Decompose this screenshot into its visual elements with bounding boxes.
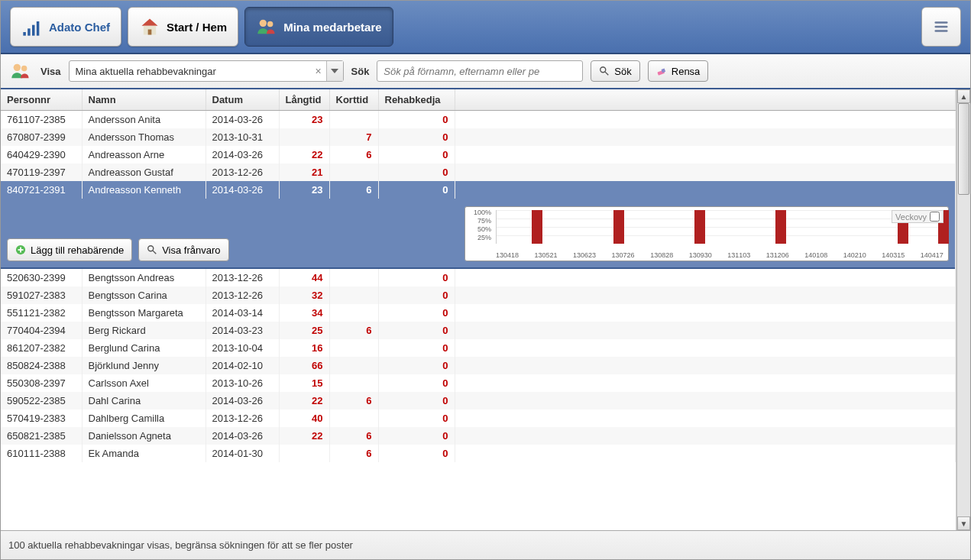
cell-date: 2014-02-10 [206, 357, 279, 374]
cell-pnr: 761107-2385 [1, 111, 82, 129]
cell-name: Berg Rickard [82, 322, 206, 339]
search-icon [599, 66, 610, 76]
table-row[interactable]: 470119-2397Andreasson Gustaf2013-12-2621… [1, 163, 956, 181]
col-langtid[interactable]: Långtid [279, 89, 329, 111]
brand-button[interactable]: Adato Chef [10, 7, 121, 47]
table-row[interactable]: 590522-2385Dahl Carina2014-03-262260 [1, 392, 956, 409]
table-row[interactable]: 650821-2385Danielsson Agneta2014-03-2622… [1, 427, 956, 445]
cell-pnr: 550308-2397 [1, 374, 82, 392]
cell-name: Ek Amanda [82, 445, 206, 462]
table-header-row: Personnr Namn Datum Långtid Korttid Reha… [1, 89, 956, 111]
cell-lang [279, 445, 329, 462]
cell-spacer [455, 269, 956, 286]
visa-combobox[interactable]: Mina aktuella rehabbevakningar × [69, 60, 344, 82]
cell-name: Andersson Anita [82, 111, 206, 129]
cell-name: Carlsson Axel [82, 374, 206, 392]
table-row[interactable]: 761107-2385Andersson Anita2014-03-26230 [1, 111, 956, 129]
cell-name: Bengtsson Carina [82, 286, 206, 304]
cell-lang [279, 128, 329, 146]
scroll-down-icon[interactable]: ▼ [957, 516, 970, 530]
cell-lang: 16 [279, 339, 329, 357]
table-row[interactable]: 770404-2394Berg Rickard2014-03-232560 [1, 322, 956, 339]
cell-spacer [455, 322, 956, 339]
col-personnr[interactable]: Personnr [1, 89, 82, 111]
expanded-panel: Lägg till rehabärendeVisa frånvaro100%75… [1, 199, 955, 269]
chart-bar [613, 210, 624, 244]
cell-date: 2013-10-31 [206, 128, 279, 146]
cell-pnr: 590522-2385 [1, 392, 82, 409]
cell-pnr: 470119-2397 [1, 163, 82, 181]
table-row[interactable]: 570419-2383Dahlberg Camilla2013-12-26400 [1, 409, 956, 427]
cell-rehab: 0 [378, 339, 455, 357]
cell-kort: 6 [329, 322, 378, 339]
cell-rehab: 0 [378, 269, 455, 286]
col-datum[interactable]: Datum [206, 89, 279, 111]
status-text: 100 aktuella rehabbevakningar visas, beg… [8, 539, 353, 551]
cell-kort: 6 [329, 181, 378, 199]
scroll-thumb[interactable] [958, 103, 969, 195]
chart-bar [775, 210, 786, 244]
vertical-scrollbar[interactable]: ▲ ▼ [956, 89, 970, 530]
visa-value: Mina aktuella rehabbevakningar [70, 66, 311, 77]
cell-pnr: 850824-2388 [1, 357, 82, 374]
home-button[interactable]: Start / Hem [128, 7, 238, 47]
hamburger-icon [933, 18, 950, 35]
svg-rect-6 [148, 30, 152, 35]
cell-spacer [455, 409, 956, 427]
cell-date: 2014-01-30 [206, 445, 279, 462]
visa-label: Visa [40, 66, 61, 77]
cell-kort [329, 304, 378, 322]
table-row[interactable]: 640429-2390Andreasson Arne2014-03-262260 [1, 146, 956, 163]
cell-name: Andreasson Gustaf [82, 163, 206, 181]
cell-kort [329, 409, 378, 427]
svg-rect-1 [28, 28, 31, 35]
veckovy-toggle[interactable]: Veckovy [892, 210, 943, 223]
cell-rehab: 0 [378, 111, 455, 129]
combo-dropdown-icon[interactable] [326, 61, 343, 81]
col-namn[interactable]: Namn [82, 89, 206, 111]
search-button[interactable]: Sök [591, 60, 639, 82]
employees-label: Mina medarbetare [283, 21, 381, 34]
employees-tab[interactable]: Mina medarbetare [244, 7, 393, 47]
cell-date: 2014-03-26 [206, 146, 279, 163]
svg-point-15 [600, 67, 606, 73]
cell-kort: 6 [329, 445, 378, 462]
search-input[interactable] [377, 60, 583, 82]
table-row[interactable]: 861207-2382Berglund Carina2013-10-04160 [1, 339, 956, 357]
cell-rehab: 0 [378, 286, 455, 304]
cell-name: Björklund Jenny [82, 357, 206, 374]
chart-plot [496, 210, 943, 244]
svg-line-23 [153, 251, 156, 254]
cell-rehab: 0 [378, 128, 455, 146]
view-absence-button[interactable]: Visa frånvaro [138, 238, 228, 261]
search-button-label: Sök [614, 66, 631, 77]
add-rehab-button[interactable]: Lägg till rehabärende [7, 238, 132, 261]
veckovy-checkbox[interactable] [930, 212, 940, 222]
cell-rehab: 0 [378, 146, 455, 163]
table-row[interactable]: 610111-2388Ek Amanda2014-01-3060 [1, 445, 956, 462]
table-row[interactable]: 850824-2388Björklund Jenny2014-02-10660 [1, 357, 956, 374]
table-row[interactable]: 591027-2383Bengtsson Carina2013-12-26320 [1, 286, 956, 304]
cell-kort [329, 374, 378, 392]
search-icon [147, 244, 157, 255]
cell-rehab: 0 [378, 374, 455, 392]
table-row[interactable]: 840721-2391Andreasson Kenneth2014-03-262… [1, 181, 956, 199]
svg-marker-14 [331, 69, 338, 73]
cell-pnr: 610111-2388 [1, 445, 82, 462]
table-row[interactable]: 520630-2399Bengtsson Andreas2013-12-2644… [1, 269, 956, 286]
brand-icon [21, 16, 43, 37]
col-rehabkedja[interactable]: Rehabkedja [378, 89, 455, 111]
table-row[interactable]: 550308-2397Carlsson Axel2013-10-26150 [1, 374, 956, 392]
scroll-up-icon[interactable]: ▲ [957, 89, 970, 103]
col-korttid[interactable]: Korttid [329, 89, 378, 111]
add-rehab-label: Lägg till rehabärende [31, 244, 124, 256]
clear-button[interactable]: Rensa [648, 60, 709, 82]
table-row[interactable]: 551121-2382Bengtsson Margareta2014-03-14… [1, 304, 956, 322]
cell-spacer [455, 181, 956, 199]
menu-button[interactable] [921, 7, 961, 47]
combo-clear-icon[interactable]: × [311, 65, 326, 77]
cell-spacer [455, 146, 956, 163]
cell-date: 2013-12-26 [206, 269, 279, 286]
cell-spacer [455, 445, 956, 462]
table-row[interactable]: 670807-2399Andersson Thomas2013-10-3170 [1, 128, 956, 146]
